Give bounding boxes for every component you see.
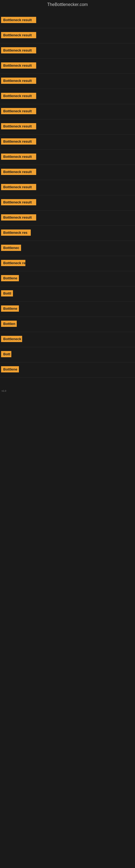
bottleneck-bar[interactable]: Bottleneck result — [1, 93, 36, 99]
bottleneck-bar[interactable]: Bott — [1, 351, 11, 357]
bar-row: Bottl — [0, 286, 135, 302]
bottleneck-bar[interactable]: Bottleneck result — [1, 108, 36, 114]
bar-row: Bottlene — [0, 302, 135, 317]
bar-row: Bottleneck re — [0, 256, 135, 271]
bar-row: Bottleneck result — [0, 104, 135, 119]
bottleneck-bar[interactable]: Bottleneck result — [1, 214, 36, 220]
site-title: TheBottlenecker.com — [0, 0, 135, 10]
bottleneck-bar[interactable]: Bottlene — [1, 366, 19, 372]
bottleneck-bar[interactable]: Bottleneck result — [1, 78, 36, 84]
bottleneck-bar[interactable]: Bottl — [1, 290, 13, 297]
bottleneck-bar[interactable]: Bottleneck result — [1, 17, 36, 23]
bar-row: Bottleneck result — [0, 59, 135, 74]
bottleneck-bar[interactable]: Bottleneck result — [1, 32, 36, 38]
bottleneck-bar[interactable]: Bottlene — [1, 305, 19, 312]
bottleneck-bar[interactable]: Bottleneck result — [1, 138, 36, 145]
bottleneck-bar[interactable]: Bottlenec — [1, 245, 21, 251]
bar-row: Bottleneck result — [0, 134, 135, 150]
bar-row: Bottlen — [0, 317, 135, 332]
bottleneck-bar[interactable]: Bottleneck result — [1, 169, 36, 175]
bottleneck-bar[interactable]: Bottleneck result — [1, 154, 36, 160]
bottleneck-bar[interactable]: Bottleneck result — [1, 199, 36, 205]
bar-row: Bottleneck result — [0, 28, 135, 43]
bar-row: Bottlene — [0, 362, 135, 378]
version-label: v1.0 — [1, 389, 135, 393]
bottleneck-bar[interactable]: Bottlen — [1, 321, 17, 327]
bar-row: Bottleneck result — [0, 195, 135, 211]
bar-row: Bottleneck result — [0, 43, 135, 59]
bottleneck-bar[interactable]: Bottleneck result — [1, 123, 36, 129]
bar-row: Bottleneck result — [0, 119, 135, 134]
bottleneck-bar[interactable]: Bottleneck result — [1, 184, 36, 190]
bar-row: Bottleneck result — [0, 165, 135, 180]
bottleneck-bar[interactable]: Bottlene — [1, 275, 19, 281]
bottleneck-bar[interactable]: Bottleneck res — [1, 229, 31, 236]
bar-row: Bottleneck — [0, 332, 135, 347]
bar-row: Bottleneck result — [0, 74, 135, 89]
bar-row: Bottleneck result — [0, 13, 135, 28]
bar-row: Bottlene — [0, 271, 135, 286]
bottleneck-bar[interactable]: Bottleneck result — [1, 62, 36, 69]
site-title-text: TheBottlenecker.com — [47, 2, 88, 7]
bottleneck-bar[interactable]: Bottleneck re — [1, 260, 26, 266]
bar-row: Bottleneck res — [0, 226, 135, 241]
bar-row: Bottleneck result — [0, 89, 135, 104]
chart-area: Bottleneck resultBottleneck resultBottle… — [0, 13, 135, 393]
bottleneck-bar[interactable]: Bottleneck — [1, 336, 22, 342]
bar-row: Bottlenec — [0, 241, 135, 256]
bottleneck-bar[interactable]: Bottleneck result — [1, 47, 36, 54]
bar-row: Bottleneck result — [0, 211, 135, 226]
bar-row: Bottleneck result — [0, 180, 135, 195]
bar-row: Bott — [0, 347, 135, 362]
bar-row: Bottleneck result — [0, 150, 135, 165]
